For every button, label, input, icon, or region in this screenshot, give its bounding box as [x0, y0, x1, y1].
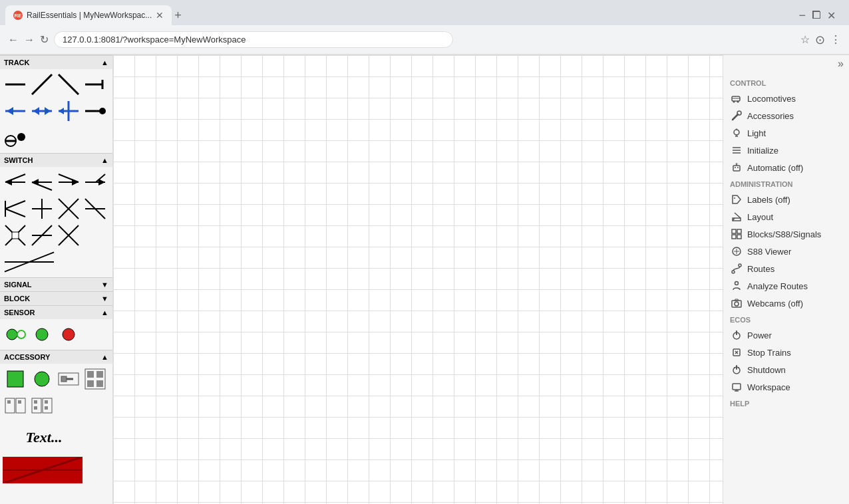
track-buffer[interactable]: [83, 72, 108, 97]
switch-4[interactable]: [83, 170, 108, 195]
svg-marker-92: [733, 195, 741, 203]
tab-close-btn[interactable]: ✕: [156, 10, 164, 21]
back-button[interactable]: ←: [8, 34, 19, 46]
switch-6[interactable]: [29, 196, 55, 221]
track-straight[interactable]: [3, 72, 28, 97]
svg-marker-109: [735, 299, 739, 301]
sensor-section-content: [0, 319, 112, 350]
labels-label: Labels (off): [747, 195, 790, 205]
sensor-green-outline[interactable]: [29, 322, 55, 347]
switch-3[interactable]: [56, 170, 81, 195]
accessory-double-1[interactable]: [3, 393, 28, 418]
panel-collapse-button[interactable]: »: [838, 58, 844, 70]
menu-icon[interactable]: ⋮: [830, 33, 841, 46]
menu-item-power[interactable]: Power: [723, 326, 849, 344]
tag-icon: [731, 194, 742, 205]
track-diagonal-1[interactable]: [29, 72, 55, 97]
red-diagonal-item[interactable]: [3, 457, 83, 483]
sensor-red[interactable]: [56, 322, 81, 347]
svg-line-95: [735, 213, 741, 218]
track-arrow-left[interactable]: [3, 98, 28, 124]
help-section-header: HELP: [723, 396, 849, 410]
signal-section-header[interactable]: SIGNAL ▼: [0, 277, 112, 291]
track-arrow-both[interactable]: [29, 98, 55, 124]
accessories-label: Accessories: [747, 111, 794, 121]
menu-item-light[interactable]: Light: [723, 124, 849, 142]
menu-item-s88viewer[interactable]: S88 Viewer: [723, 243, 849, 260]
menu-item-workspace[interactable]: Workspace: [723, 378, 849, 396]
red-item-container: [0, 454, 112, 486]
switch-12[interactable]: [3, 249, 56, 275]
track-arrow-cross[interactable]: [56, 98, 81, 124]
switch-5[interactable]: [3, 196, 28, 221]
track-section-header[interactable]: TRACK ▲: [0, 55, 112, 69]
maximize-icon[interactable]: ⧠: [811, 9, 822, 21]
text-track-item[interactable]: Text...: [4, 424, 84, 451]
bookmark-icon[interactable]: ☆: [800, 33, 810, 46]
switch-11[interactable]: [56, 223, 81, 248]
menu-item-analyze[interactable]: Analyze Routes: [723, 277, 849, 295]
list-icon: [731, 145, 742, 156]
accessory-green-circle[interactable]: [29, 366, 55, 392]
track-circle-end[interactable]: [83, 98, 108, 124]
block-collapse-icon: ▼: [101, 295, 108, 303]
menu-item-webcams[interactable]: Webcams (off): [723, 295, 849, 312]
menu-item-initialize[interactable]: Initialize: [723, 142, 849, 159]
menu-item-layout[interactable]: Layout: [723, 208, 849, 225]
switch-1[interactable]: [3, 170, 28, 195]
track-small-circle[interactable]: [3, 125, 28, 150]
svg-line-30: [5, 201, 25, 209]
accessory-panel-block[interactable]: [83, 366, 108, 392]
right-panel-content: CONTROL Locomotives Accessories Light: [723, 72, 849, 410]
track-section-content: [0, 69, 112, 153]
svg-point-53: [35, 372, 49, 386]
switch-2[interactable]: [29, 170, 55, 195]
sensor-green-filled[interactable]: [3, 322, 28, 347]
menu-item-locomotives[interactable]: Locomotives: [723, 90, 849, 107]
accessory-section-header[interactable]: ACCESSORY ▲: [0, 350, 112, 364]
active-tab[interactable]: RE RailEssentials | MyNewWorkspac... ✕: [5, 5, 172, 25]
switch-section-content: [0, 167, 112, 277]
main-layout: TRACK ▲: [0, 55, 849, 504]
right-panel: » CONTROL Locomotives Accessories: [723, 55, 849, 504]
switch-section-header[interactable]: SWITCH ▲: [0, 153, 112, 167]
grid-canvas: [113, 55, 723, 504]
switch-9[interactable]: [3, 223, 28, 248]
menu-item-routes[interactable]: Routes: [723, 260, 849, 277]
blocks-label: Blocks/S88/Signals: [747, 229, 821, 239]
switch-10[interactable]: [29, 223, 55, 248]
track-diagonal-2[interactable]: [56, 72, 81, 97]
canvas-area[interactable]: [113, 55, 723, 504]
locomotives-label: Locomotives: [747, 94, 796, 104]
accessory-switch-indicator[interactable]: [56, 366, 81, 392]
accessory-green-square[interactable]: [3, 366, 28, 392]
svg-point-91: [736, 164, 737, 165]
menu-item-blocks[interactable]: Blocks/S88/Signals: [723, 225, 849, 243]
route-icon: [731, 263, 742, 274]
menu-item-labels[interactable]: Labels (off): [723, 191, 849, 208]
menu-item-stop-trains[interactable]: Stop Trains: [723, 344, 849, 361]
menu-item-shutdown[interactable]: Shutdown: [723, 361, 849, 378]
accessory-label: ACCESSORY: [4, 353, 50, 361]
svg-marker-8: [33, 107, 39, 115]
switch-8[interactable]: [83, 196, 108, 221]
svg-rect-60: [87, 380, 94, 387]
accessory-double-2[interactable]: [29, 393, 55, 418]
svg-rect-99: [732, 235, 736, 239]
edit-icon: [731, 211, 742, 222]
switch-7[interactable]: [56, 196, 81, 221]
block-section-header[interactable]: BLOCK ▼: [0, 291, 112, 305]
svg-point-76: [737, 101, 739, 103]
account-icon[interactable]: ⊙: [815, 33, 825, 47]
close-icon[interactable]: ✕: [827, 9, 836, 22]
minimize-icon[interactable]: −: [798, 9, 806, 23]
reload-button[interactable]: ↻: [40, 33, 49, 46]
control-section-header: CONTROL: [723, 75, 849, 90]
new-tab-button[interactable]: +: [174, 9, 182, 23]
address-input[interactable]: [54, 31, 453, 48]
wrench-icon: [731, 110, 742, 121]
sensor-section-header[interactable]: SENSOR ▲: [0, 305, 112, 319]
menu-item-automatic[interactable]: Automatic (off): [723, 159, 849, 176]
forward-button[interactable]: →: [24, 34, 35, 46]
menu-item-accessories[interactable]: Accessories: [723, 107, 849, 124]
